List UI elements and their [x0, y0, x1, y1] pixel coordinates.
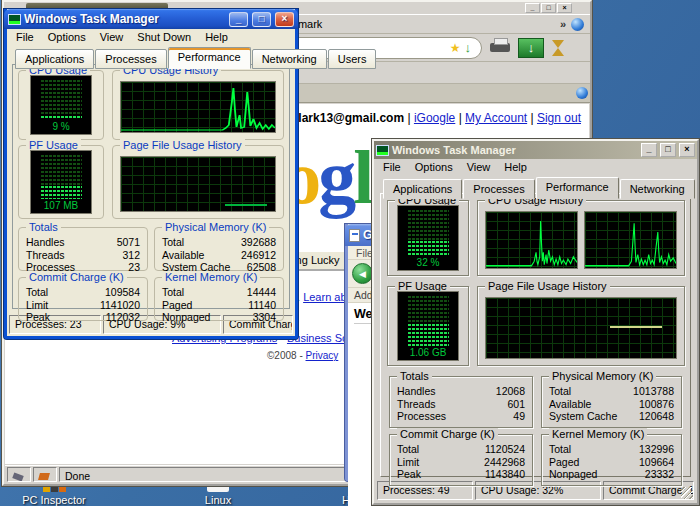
ie-title-text: G — [363, 228, 372, 242]
tmr-menu-file[interactable]: File — [376, 160, 408, 175]
tmr-maximize-button[interactable]: □ — [660, 143, 676, 157]
tml-close-button[interactable]: × — [275, 12, 294, 27]
desktop: _ □ × Smart Bookmarks Google Sci/Tech ★ … — [0, 0, 700, 506]
tmr-menu-view[interactable]: View — [460, 160, 498, 175]
browser-minimize-button[interactable]: _ — [525, 3, 540, 13]
tmr-close-button[interactable]: × — [679, 143, 695, 157]
tmr-cpu-history-graph-1 — [485, 211, 578, 269]
tml-cpu-gauge: 9 % — [30, 75, 92, 135]
tmr-menubar: File Options View Help — [374, 159, 697, 176]
tmr-cpu-usage-group: CPU Usage 32 % — [387, 200, 469, 276]
tmr-performance-page: CPU Usage 32 % CPU Usage History — [380, 193, 691, 477]
print-button[interactable] — [490, 36, 510, 60]
tml-maximize-button[interactable]: □ — [252, 12, 271, 27]
tmr-menu-help[interactable]: Help — [497, 160, 534, 175]
pf-level-line — [610, 326, 662, 328]
tab-list-icon[interactable] — [576, 87, 588, 99]
tmr-cpu-gauge: 32 % — [397, 205, 459, 271]
tmr-physical-memory-group: Physical Memory (K) Total1013788 Availab… — [541, 376, 682, 428]
tml-tab-users[interactable]: Users — [328, 49, 377, 69]
tmr-pf-history-group: Page File Usage History — [477, 286, 685, 366]
tml-tab-applications[interactable]: Applications — [15, 49, 94, 69]
tml-cpu-history-graph — [120, 81, 276, 133]
printer-icon — [490, 43, 510, 52]
tml-menubar: File Options View Shut Down Help — [7, 29, 295, 46]
tmr-totals-group: Totals Handles12068 Threads601 Processes… — [389, 376, 533, 428]
tmr-cpu-history-graph-2 — [584, 211, 677, 269]
tml-menu-shutdown[interactable]: Shut Down — [130, 30, 198, 45]
help-globe-icon[interactable] — [571, 18, 584, 31]
tml-physical-memory-group: Physical Memory (K) Total392688 Availabl… — [154, 227, 284, 271]
privacy-link[interactable]: Privacy — [306, 350, 339, 361]
promo-line: . Learn ab — [297, 291, 347, 303]
task-manager-left: Windows Task Manager _ □ × File Options … — [4, 9, 298, 339]
download-button[interactable]: ↓ — [518, 36, 544, 60]
account-bar: jeremyclark13@gmail.com | iGoogle | My A… — [253, 111, 581, 125]
tml-tab-performance[interactable]: Performance — [168, 47, 251, 69]
tml-menu-file[interactable]: File — [9, 30, 41, 45]
tml-pf-history-group: Page File Usage History — [112, 145, 284, 219]
task-manager-icon — [8, 14, 21, 25]
tml-pf-gauge: 107 MB — [30, 150, 92, 214]
tml-pf-usage-group: PF Usage 107 MB — [18, 145, 104, 219]
tml-pf-history-graph — [120, 156, 276, 212]
tml-cpu-usage-group: CPU Usage 9 % — [18, 70, 104, 140]
download-icon: ↓ — [518, 38, 544, 58]
tml-kernel-memory-group: Kernel Memory (K) Total14444 Paged11140 … — [154, 277, 284, 321]
tmr-pf-usage-group: PF Usage 1.06 GB — [387, 286, 469, 366]
hourglass-icon — [552, 40, 564, 56]
tml-tab-processes[interactable]: Processes — [95, 49, 166, 69]
tml-commit-charge-group: Commit Charge (K) Total109584 Limit11410… — [18, 277, 148, 321]
tml-totals-group: Totals Handles5071 Threads312 Processes2… — [18, 227, 148, 271]
history-button[interactable] — [552, 36, 564, 60]
tmr-pf-history-graph — [485, 297, 677, 359]
tml-performance-page: CPU Usage 9 % CPU Usage History PF Usage — [12, 64, 290, 309]
tml-menu-view[interactable]: View — [93, 30, 131, 45]
sign-out-link[interactable]: Sign out — [537, 111, 581, 125]
tml-menu-help[interactable]: Help — [198, 30, 235, 45]
task-manager-right: Windows Task Manager _ □ × File Options … — [372, 139, 699, 505]
status-pointer-icon — [7, 467, 31, 482]
igoogle-link[interactable]: iGoogle — [414, 111, 455, 125]
tmr-cpu-history-group: CPU Usage History — [477, 200, 685, 276]
bookmarks-overflow-chevron[interactable]: » — [560, 18, 566, 30]
tmr-titlebar[interactable]: Windows Task Manager _ □ × — [374, 141, 697, 159]
tmr-tabs: Applications Processes Performance Netwo… — [380, 179, 691, 199]
back-button[interactable]: ◀ — [352, 263, 373, 284]
tml-tab-networking[interactable]: Networking — [252, 49, 327, 69]
task-manager-icon — [376, 145, 389, 156]
tml-minimize-button[interactable]: _ — [229, 12, 248, 27]
my-account-link[interactable]: My Account — [465, 111, 527, 125]
desktop-icon-pc-inspector[interactable]: PC Inspector — [4, 484, 104, 506]
copyright-line: ©2008 - Privacy — [267, 350, 338, 361]
resize-grip[interactable] — [681, 487, 693, 499]
tmr-minimize-button[interactable]: _ — [641, 143, 657, 157]
browser-maximize-button[interactable]: □ — [541, 3, 556, 13]
pf-level-line — [225, 204, 267, 206]
desktop-icon-linux[interactable]: Linux — [188, 484, 248, 506]
go-arrow-icon[interactable]: ↓ — [465, 40, 472, 55]
status-plugin-icon — [33, 467, 57, 482]
browser-close-button[interactable]: × — [557, 3, 572, 13]
tmr-tab-networking[interactable]: Networking — [620, 179, 695, 199]
learn-about-link[interactable]: Learn ab — [303, 291, 346, 303]
tml-cpu-history-group: CPU Usage History — [112, 70, 284, 140]
ie-menu-file[interactable]: File — [356, 247, 373, 259]
tmr-tab-applications[interactable]: Applications — [383, 179, 462, 199]
tml-menu-options[interactable]: Options — [41, 30, 93, 45]
tml-tabs: Applications Processes Performance Netwo… — [12, 49, 290, 69]
tmr-tab-processes[interactable]: Processes — [463, 179, 534, 199]
bookmark-star-icon[interactable]: ★ — [450, 41, 461, 55]
tml-titlebar[interactable]: Windows Task Manager _ □ × — [4, 9, 298, 29]
tmr-kernel-memory-group: Kernel Memory (K) Total132996 Paged10966… — [541, 434, 682, 486]
tmr-pf-gauge: 1.06 GB — [397, 291, 459, 361]
tmr-commit-charge-group: Commit Charge (K) Total1120524 Limit2442… — [389, 434, 533, 486]
tmr-tab-performance[interactable]: Performance — [536, 177, 619, 199]
ie-page-icon — [349, 229, 360, 242]
tmr-menu-options[interactable]: Options — [408, 160, 460, 175]
